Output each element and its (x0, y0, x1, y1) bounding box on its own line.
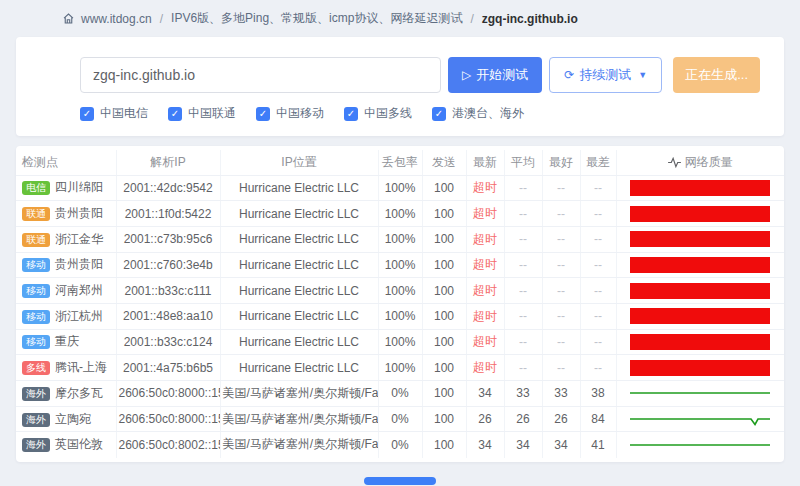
host-input[interactable] (80, 57, 441, 93)
checkbox-checked-icon[interactable]: ✓ (432, 107, 446, 121)
carrier-checkbox-item[interactable]: ✓中国联通 (168, 105, 236, 122)
node-name: 浙江金华 (55, 232, 103, 246)
start-test-button[interactable]: ▷ 开始测试 (448, 57, 542, 93)
table-row: 移动浙江杭州2001::48e8:aa10Hurricane Electric … (16, 303, 784, 329)
loop-icon: ⟳ (564, 69, 574, 81)
worst-cell: -- (580, 252, 616, 278)
table-row: 电信四川绵阳2001::42dc:9542Hurricane Electric … (16, 175, 784, 201)
sent-cell: 100 (422, 226, 466, 252)
loss-cell: 100% (378, 355, 422, 381)
column-header: 丢包率 (378, 150, 422, 175)
generating-status-label: 正在生成... (685, 66, 748, 84)
carrier-checkbox-item[interactable]: ✓港澳台、海外 (432, 105, 524, 122)
node-cell: 海外英国伦敦 (16, 432, 116, 458)
checkbox-checked-icon[interactable]: ✓ (80, 107, 94, 121)
network-quality-icon (668, 157, 681, 168)
quality-bar-timeout (630, 308, 770, 324)
table-row: 移动贵州贵阳2001::c760:3e4bHurricane Electric … (16, 252, 784, 278)
node-name: 贵州贵阳 (55, 206, 103, 220)
column-header: 最新 (466, 150, 504, 175)
latest-cell: 超时 (466, 226, 504, 252)
latest-cell: 超时 (466, 278, 504, 304)
latest-cell: 超时 (466, 303, 504, 329)
carrier-badge: 联通 (22, 207, 50, 221)
latest-cell: 34 (466, 432, 504, 458)
carrier-checkbox-item[interactable]: ✓中国电信 (80, 105, 148, 122)
avg-cell: 33 (504, 381, 542, 407)
loss-cell: 100% (378, 226, 422, 252)
location-cell: Hurricane Electric LLC (220, 278, 378, 304)
location-cell: Hurricane Electric LLC (220, 226, 378, 252)
continuous-test-label: 持续测试 (579, 66, 631, 84)
quality-cell (616, 201, 784, 227)
quality-bar-timeout (630, 283, 770, 299)
sent-cell: 100 (422, 355, 466, 381)
worst-cell: -- (580, 355, 616, 381)
best-cell: -- (542, 252, 580, 278)
chevron-down-icon: ▼ (638, 70, 647, 80)
ip-cell: 2001::48e8:aa10 (116, 303, 220, 329)
checkbox-checked-icon[interactable]: ✓ (256, 107, 270, 121)
worst-cell: -- (580, 329, 616, 355)
table-row: 移动重庆2001::b33c:c124Hurricane Electric LL… (16, 329, 784, 355)
column-header: IP位置 (220, 150, 378, 175)
loss-cell: 100% (378, 278, 422, 304)
quality-cell (616, 252, 784, 278)
loss-cell: 100% (378, 175, 422, 201)
best-cell: 33 (542, 381, 580, 407)
checkbox-checked-icon[interactable]: ✓ (344, 107, 358, 121)
sent-cell: 100 (422, 201, 466, 227)
breadcrumb-separator: / (470, 12, 473, 26)
latest-cell: 超时 (466, 175, 504, 201)
carrier-badge: 电信 (22, 181, 50, 195)
latest-cell: 26 (466, 406, 504, 432)
column-header: 检测点 (16, 150, 116, 175)
quality-cell (616, 329, 784, 355)
breadcrumb-target: zgq-inc.github.io (482, 12, 578, 26)
generating-status-button: 正在生成... (673, 57, 760, 93)
breadcrumb-path[interactable]: IPV6版、多地Ping、常规版、icmp协议、网络延迟测试 (171, 10, 462, 27)
test-panel: ▷ 开始测试 ⟳ 持续测试 ▼ 正在生成... ✓中国电信✓中国联通✓中国移动✓… (16, 37, 784, 136)
worst-cell: -- (580, 201, 616, 227)
carrier-checkbox-label: 中国移动 (276, 105, 324, 122)
latest-cell: 超时 (466, 329, 504, 355)
avg-cell: -- (504, 303, 542, 329)
quality-cell (616, 432, 784, 458)
loss-cell: 0% (378, 406, 422, 432)
breadcrumb-separator: / (160, 12, 163, 26)
carrier-badge: 多线 (22, 361, 50, 375)
quality-line-chart (627, 410, 773, 428)
carrier-checkbox-group: ✓中国电信✓中国联通✓中国移动✓中国多线✓港澳台、海外 (80, 105, 760, 122)
worst-cell: 84 (580, 406, 616, 432)
scrollbar-thumb[interactable] (364, 477, 436, 485)
quality-cell (616, 175, 784, 201)
column-header-label: 网络质量 (685, 154, 733, 171)
loss-cell: 100% (378, 252, 422, 278)
worst-cell: 38 (580, 381, 616, 407)
carrier-checkbox-label: 中国多线 (364, 105, 412, 122)
carrier-badge: 海外 (22, 387, 50, 401)
quality-line-chart (627, 384, 773, 402)
avg-cell: -- (504, 175, 542, 201)
worst-cell: -- (580, 303, 616, 329)
table-row: 海外英国伦敦2606:50c0:8002::153美国/马萨诸塞州/奥尔斯顿/F… (16, 432, 784, 458)
avg-cell: -- (504, 355, 542, 381)
quality-bar-timeout (630, 257, 770, 273)
location-cell: 美国/马萨诸塞州/奥尔斯顿/Fastly, Inc. (220, 432, 378, 458)
continuous-test-button[interactable]: ⟳ 持续测试 ▼ (549, 57, 662, 93)
loss-cell: 0% (378, 381, 422, 407)
carrier-checkbox-item[interactable]: ✓中国移动 (256, 105, 324, 122)
node-cell: 移动重庆 (16, 329, 116, 355)
table-row: 海外立陶宛2606:50c0:8000::153美国/马萨诸塞州/奥尔斯顿/Fa… (16, 406, 784, 432)
carrier-checkbox-item[interactable]: ✓中国多线 (344, 105, 412, 122)
carrier-badge: 移动 (22, 310, 50, 324)
best-cell: -- (542, 355, 580, 381)
node-name: 贵州贵阳 (55, 257, 103, 271)
best-cell: -- (542, 329, 580, 355)
best-cell: -- (542, 278, 580, 304)
node-cell: 联通贵州贵阳 (16, 201, 116, 227)
checkbox-checked-icon[interactable]: ✓ (168, 107, 182, 121)
node-cell: 移动贵州贵阳 (16, 252, 116, 278)
avg-cell: -- (504, 278, 542, 304)
breadcrumb-site[interactable]: www.itdog.cn (81, 12, 152, 26)
